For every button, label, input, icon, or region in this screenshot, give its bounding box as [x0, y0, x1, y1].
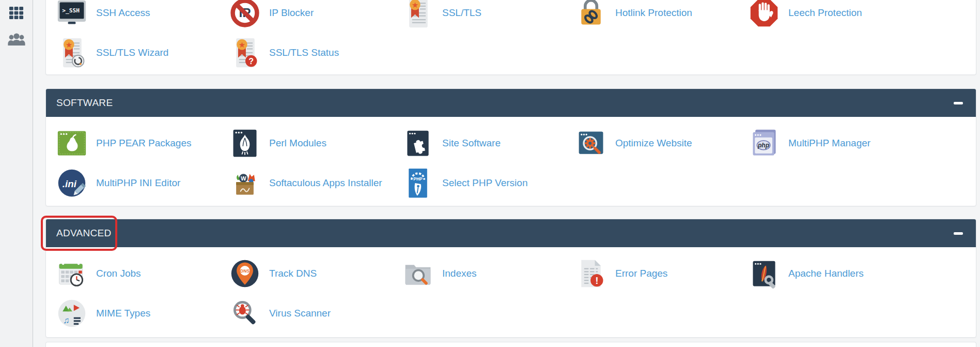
app-item-select-php-version[interactable]: Select PHP Version	[402, 163, 575, 203]
app-item-indexes[interactable]: Indexes	[402, 253, 575, 293]
section-header-advanced[interactable]: ADVANCED	[46, 219, 976, 247]
app-item-ssh-access[interactable]: SSH Access	[56, 0, 229, 33]
app-item-track-dns[interactable]: Track DNS	[229, 253, 402, 293]
app-item-error-pages[interactable]: Error Pages	[575, 253, 749, 293]
app-item-label: Error Pages	[615, 268, 667, 279]
collapse-minus-icon[interactable]	[954, 102, 963, 104]
ssl-tls-icon	[402, 0, 433, 28]
app-item-label: Optimize Website	[615, 138, 692, 149]
indexes-icon	[402, 258, 433, 289]
app-item-multiphp-manager[interactable]: MultiPHP Manager	[749, 123, 922, 163]
app-item-label: Select PHP Version	[442, 177, 527, 189]
multiphp-manager-icon	[749, 128, 780, 159]
feature-grid: PHP PEAR PackagesPerl ModulesSite Softwa…	[46, 117, 976, 206]
app-item-label: Site Software	[442, 138, 501, 149]
next-panel-top-edge	[45, 342, 976, 347]
app-item-leech-protection[interactable]: Leech Protection	[749, 0, 922, 33]
cron-jobs-icon	[56, 258, 87, 289]
optimize-website-icon	[575, 128, 606, 159]
app-item-site-software[interactable]: Site Software	[402, 123, 575, 163]
app-item-softaculous-apps-installer[interactable]: Softaculous Apps Installer	[229, 163, 402, 203]
collapse-minus-icon[interactable]	[954, 232, 963, 235]
app-item-label: Hotlink Protection	[615, 7, 692, 19]
app-item-optimize-website[interactable]: Optimize Website	[575, 123, 749, 163]
section-top-partial: SSH AccessIP BlockerSSL/TLSHotlink Prote…	[45, 0, 976, 75]
app-item-ssl-tls-status[interactable]: SSL/TLS Status	[229, 33, 402, 72]
section-header-software[interactable]: SOFTWARE	[46, 89, 976, 117]
site-software-icon	[402, 128, 433, 159]
section-title: SOFTWARE	[56, 97, 113, 109]
app-item-label: Indexes	[442, 268, 477, 279]
app-item-hotlink-protection[interactable]: Hotlink Protection	[575, 0, 749, 33]
app-item-virus-scanner[interactable]: Virus Scanner	[229, 293, 402, 333]
app-item-label: MIME Types	[96, 308, 150, 319]
section-title: ADVANCED	[56, 228, 112, 239]
apache-handlers-icon	[749, 258, 780, 289]
leech-protection-icon	[749, 0, 780, 28]
user-groups-icon	[7, 32, 26, 46]
main-content: SSH AccessIP BlockerSSL/TLSHotlink Prote…	[45, 0, 976, 347]
perl-modules-icon	[229, 128, 260, 159]
app-item-mime-types[interactable]: MIME Types	[56, 293, 229, 333]
app-item-label: Perl Modules	[269, 138, 326, 149]
apps-grid-icon	[8, 6, 24, 21]
hotlink-protection-icon	[575, 0, 606, 28]
app-item-ip-blocker[interactable]: IP Blocker	[229, 0, 402, 33]
app-item-label: SSH Access	[96, 7, 150, 19]
feature-grid: SSH AccessIP BlockerSSL/TLSHotlink Prote…	[46, 0, 976, 74]
app-item-label: PHP PEAR Packages	[96, 138, 191, 149]
ssh-icon	[56, 0, 87, 28]
sidebar-apps-grid-button[interactable]	[0, 0, 33, 26]
app-item-ssl-tls-wizard[interactable]: SSL/TLS Wizard	[56, 33, 229, 72]
multiphp-ini-editor-icon	[56, 168, 87, 199]
mime-types-icon	[56, 298, 87, 329]
app-item-cron-jobs[interactable]: Cron Jobs	[56, 253, 229, 293]
app-item-label: Apache Handlers	[788, 268, 864, 279]
app-item-php-pear-packages[interactable]: PHP PEAR Packages	[56, 123, 229, 163]
section-advanced: ADVANCED Cron JobsTrack DNSIndexesError …	[45, 219, 976, 338]
app-item-label: IP Blocker	[269, 7, 314, 19]
app-item-label: SSL/TLS Status	[269, 47, 339, 58]
app-item-label: Leech Protection	[788, 7, 862, 19]
section-software: SOFTWARE PHP PEAR PackagesPerl ModulesSi…	[45, 88, 976, 206]
app-item-label: Cron Jobs	[96, 268, 141, 279]
app-item-label: SSL/TLS	[442, 7, 481, 19]
left-sidebar	[0, 0, 33, 347]
app-item-apache-handlers[interactable]: Apache Handlers	[749, 253, 922, 293]
softaculous-icon	[229, 168, 260, 199]
feature-grid: Cron JobsTrack DNSIndexesError PagesApac…	[46, 247, 976, 337]
app-item-ssl-tls[interactable]: SSL/TLS	[402, 0, 575, 33]
app-item-perl-modules[interactable]: Perl Modules	[229, 123, 402, 163]
app-item-label: Virus Scanner	[269, 308, 331, 319]
app-item-multiphp-ini-editor[interactable]: MultiPHP INI Editor	[56, 163, 229, 203]
app-item-label: SSL/TLS Wizard	[96, 47, 168, 58]
track-dns-icon	[229, 258, 260, 289]
app-item-label: MultiPHP Manager	[788, 138, 870, 149]
ssl-tls-wizard-icon	[56, 37, 87, 68]
php-pear-icon	[56, 128, 87, 159]
ssl-tls-status-icon	[229, 37, 260, 68]
app-item-label: MultiPHP INI Editor	[96, 177, 180, 189]
select-php-version-icon	[402, 168, 433, 199]
sidebar-user-groups-button[interactable]	[0, 26, 33, 52]
app-item-label: Track DNS	[269, 268, 317, 279]
error-pages-icon	[575, 258, 606, 289]
ip-blocker-icon	[229, 0, 260, 28]
app-item-label: Softaculous Apps Installer	[269, 177, 382, 189]
virus-scanner-icon	[229, 298, 260, 329]
cpanel-home-page: SSH AccessIP BlockerSSL/TLSHotlink Prote…	[0, 0, 980, 347]
